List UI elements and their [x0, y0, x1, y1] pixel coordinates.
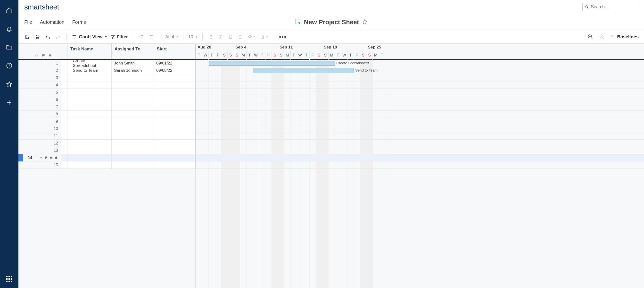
cell-assigned[interactable] [112, 103, 154, 110]
bell-icon[interactable] [6, 25, 13, 32]
row-number[interactable]: 15 [18, 161, 61, 169]
zoom-out-button[interactable] [598, 33, 606, 41]
search-box[interactable] [582, 3, 638, 11]
row-number[interactable]: 2 [18, 67, 61, 74]
gantt-row[interactable] [196, 140, 644, 147]
grid-row[interactable]: 7 [18, 103, 196, 111]
fill-color-button[interactable]: ▼ [246, 33, 256, 40]
row-number[interactable]: 8 [18, 111, 61, 118]
cell-task[interactable] [68, 125, 112, 132]
cell-task[interactable] [68, 140, 112, 147]
col-expand[interactable] [61, 44, 68, 59]
row-number[interactable]: 6 [18, 96, 61, 103]
cell-task[interactable]: Send to Team [68, 67, 112, 74]
cell-start[interactable] [154, 147, 196, 154]
cell-start[interactable] [154, 89, 196, 96]
font-selector[interactable]: Arial ▼ [165, 34, 178, 39]
cell-task[interactable] [68, 154, 112, 161]
cell-task[interactable] [68, 132, 112, 139]
cell-assigned[interactable] [112, 147, 154, 154]
cell-assigned[interactable] [112, 111, 154, 118]
cell-start[interactable] [154, 96, 196, 103]
gantt-row[interactable] [196, 154, 644, 161]
cell-start[interactable] [154, 154, 196, 161]
underline-button[interactable] [227, 33, 234, 40]
gantt-row[interactable] [196, 132, 644, 140]
cell-start[interactable] [154, 132, 196, 139]
cell-start[interactable]: 09/08/22 [154, 67, 196, 74]
cell-expand[interactable] [61, 140, 68, 147]
grid-row[interactable]: 14⋮ [18, 154, 196, 161]
cell-task[interactable] [68, 111, 112, 118]
cell-assigned[interactable]: Sarah Johnson [112, 67, 154, 74]
cell-task[interactable] [68, 103, 112, 110]
gantt-bar[interactable] [209, 61, 335, 66]
col-start[interactable]: Start [154, 44, 196, 59]
sheet-title[interactable]: New Project Sheet [304, 18, 359, 26]
grid-row[interactable]: 2Send to TeamSarah Johnson09/08/22 [18, 67, 196, 74]
cell-assigned[interactable] [112, 125, 154, 132]
cell-task[interactable] [68, 89, 112, 96]
row-number[interactable]: 4 [18, 81, 61, 88]
cell-expand[interactable] [61, 89, 68, 96]
view-selector[interactable]: Gantt View ▼ [72, 34, 108, 39]
cell-start[interactable] [154, 140, 196, 147]
gantt-row[interactable] [196, 81, 644, 89]
undo-button[interactable] [44, 33, 52, 40]
info-icon[interactable] [54, 53, 59, 57]
cell-expand[interactable] [61, 67, 68, 74]
cell-assigned[interactable] [112, 140, 154, 147]
comment-icon[interactable] [41, 53, 46, 57]
cell-expand[interactable] [61, 118, 68, 125]
row-number[interactable]: 3 [18, 74, 61, 81]
gantt-row[interactable] [196, 125, 644, 132]
print-button[interactable] [34, 33, 41, 40]
bold-button[interactable] [208, 33, 214, 40]
grid-row[interactable]: 15 [18, 161, 196, 169]
cell-expand[interactable] [61, 111, 68, 118]
zoom-in-button[interactable] [586, 33, 594, 41]
gantt-row[interactable] [196, 161, 644, 169]
menu-forms[interactable]: Forms [72, 19, 86, 25]
search-input[interactable] [591, 4, 636, 9]
cell-expand[interactable] [61, 147, 68, 154]
row-number[interactable]: 5 [18, 89, 61, 96]
grid-row[interactable]: 12 [18, 140, 196, 147]
cell-assigned[interactable] [112, 89, 154, 96]
font-size-selector[interactable]: 10 ▼ [188, 34, 198, 39]
row-number[interactable]: 11 [18, 132, 61, 139]
more-button[interactable]: ••• [279, 33, 286, 40]
cell-expand[interactable] [61, 125, 68, 132]
col-task-name[interactable]: Task Name [68, 44, 112, 59]
grid-row[interactable]: 11 [18, 132, 196, 140]
grid-row[interactable]: 4 [18, 81, 196, 89]
cell-expand[interactable] [61, 81, 68, 88]
gantt-row[interactable] [196, 147, 644, 154]
cell-task[interactable] [68, 74, 112, 81]
cell-assigned[interactable] [112, 96, 154, 103]
gantt-row[interactable] [196, 96, 644, 103]
cell-start[interactable] [154, 118, 196, 125]
cell-task[interactable] [68, 96, 112, 103]
filter-button[interactable]: Filter [110, 34, 128, 39]
app-launcher-icon[interactable] [6, 276, 12, 282]
gantt-body[interactable]: Create SpreadsheetSend to Team [196, 60, 644, 288]
grid-row[interactable]: 13 [18, 147, 196, 154]
grid-row[interactable]: 1Create SpreadsheetJohn Smith09/01/22 [18, 60, 196, 67]
row-number[interactable]: 7 [18, 103, 61, 110]
star-icon[interactable] [362, 19, 368, 25]
strikethrough-button[interactable] [236, 33, 244, 40]
menu-file[interactable]: File [24, 19, 32, 25]
cell-expand[interactable] [61, 96, 68, 103]
gantt-bar[interactable] [253, 68, 354, 73]
cell-start[interactable] [154, 103, 196, 110]
baselines-button[interactable]: Baselines [610, 34, 639, 39]
cell-assigned[interactable] [112, 132, 154, 139]
favorites-icon[interactable] [6, 80, 13, 88]
row-number[interactable]: 10 [18, 125, 61, 132]
grid-row[interactable]: 10 [18, 125, 196, 132]
cell-task[interactable]: Create Spreadsheet [68, 60, 112, 67]
cell-expand[interactable] [61, 132, 68, 139]
cell-start[interactable] [154, 74, 196, 81]
cell-expand[interactable] [61, 161, 68, 169]
